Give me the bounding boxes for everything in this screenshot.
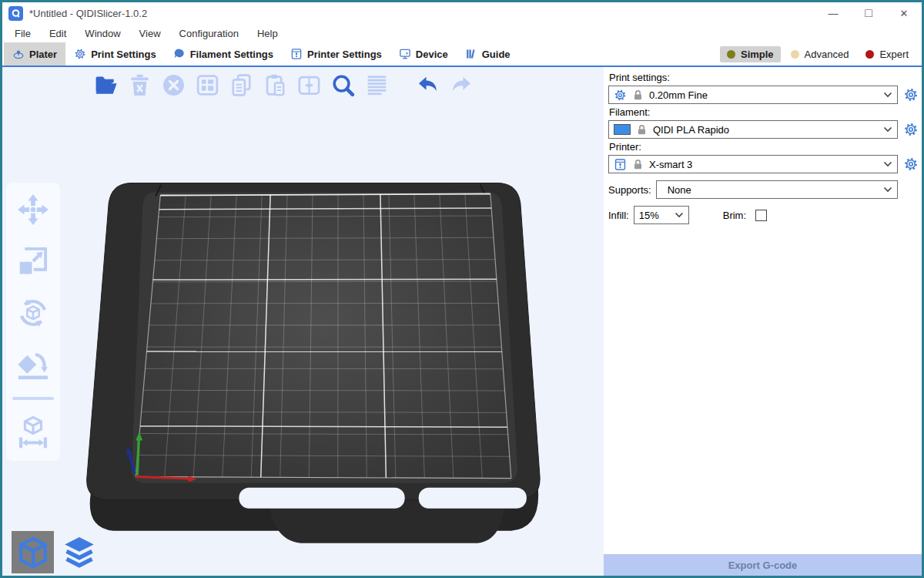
preview-layers-button[interactable] bbox=[58, 531, 100, 573]
printer-value: X-smart 3 bbox=[649, 159, 879, 170]
tab-device[interactable]: Device bbox=[390, 42, 457, 66]
measure-button[interactable] bbox=[14, 413, 52, 452]
guide-books-icon bbox=[465, 48, 477, 60]
infill-label: Infill: bbox=[608, 210, 629, 221]
chevron-down-icon bbox=[883, 187, 892, 193]
window-title: *Untitled - QIDISlicer-1.0.2 bbox=[29, 8, 147, 19]
viewport-3d[interactable] bbox=[2, 67, 604, 576]
scale-button[interactable] bbox=[14, 242, 52, 281]
minimize-button[interactable]: — bbox=[815, 2, 851, 24]
view-mode-switcher bbox=[12, 531, 100, 573]
print-settings-value: 0.20mm Fine bbox=[649, 89, 879, 101]
filament-label: Filament: bbox=[609, 106, 919, 118]
chevron-down-icon bbox=[675, 212, 684, 218]
tab-printer-settings[interactable]: Printer Settings bbox=[282, 42, 390, 66]
menu-file[interactable]: File bbox=[5, 28, 40, 39]
menu-configuration[interactable]: Configuration bbox=[170, 28, 248, 39]
copy-button[interactable] bbox=[224, 69, 258, 101]
supports-label: Supports: bbox=[608, 184, 651, 196]
layers-icon bbox=[62, 535, 97, 570]
printer-icon bbox=[290, 48, 303, 60]
device-monitor-icon bbox=[399, 48, 411, 60]
left-toolbar bbox=[6, 183, 60, 461]
undo-button[interactable] bbox=[410, 69, 444, 101]
plater-icon bbox=[12, 48, 25, 60]
filament-gear-button[interactable] bbox=[902, 120, 919, 139]
toolbar-separator bbox=[12, 397, 54, 400]
print-settings-select[interactable]: 0.20mm Fine bbox=[608, 86, 898, 104]
filament-icon bbox=[173, 48, 186, 60]
split-objects-button[interactable] bbox=[292, 69, 326, 101]
chevron-down-icon bbox=[883, 126, 892, 133]
filament-color-swatch bbox=[614, 124, 631, 135]
move-button[interactable] bbox=[14, 190, 52, 229]
lock-icon bbox=[631, 158, 644, 171]
filament-select[interactable]: QIDI PLA Rapido bbox=[608, 120, 898, 139]
gear-icon bbox=[903, 87, 919, 102]
mode-advanced[interactable]: Advanced bbox=[784, 46, 856, 62]
maximize-button[interactable]: □ bbox=[851, 2, 886, 24]
print-settings-gear-button[interactable] bbox=[902, 86, 919, 104]
close-button[interactable]: ✕ bbox=[886, 2, 922, 24]
layer-list-button[interactable] bbox=[360, 69, 393, 101]
printer-icon bbox=[614, 158, 627, 171]
expert-dot-icon bbox=[865, 50, 874, 59]
printer-select[interactable]: X-smart 3 bbox=[608, 155, 898, 173]
rotate-button[interactable] bbox=[14, 294, 52, 332]
supports-select[interactable]: None bbox=[656, 180, 898, 199]
search-button[interactable] bbox=[326, 69, 360, 101]
menu-window[interactable]: Window bbox=[75, 28, 129, 39]
arrange-button[interactable] bbox=[190, 69, 224, 101]
gear-icon bbox=[903, 122, 919, 137]
tab-filament-settings[interactable]: Filament Settings bbox=[165, 42, 282, 66]
lock-icon bbox=[635, 123, 648, 136]
print-bed bbox=[2, 67, 604, 576]
print-settings-label: Print settings: bbox=[609, 72, 919, 83]
menu-bar: File Edit Window View Configuration Help bbox=[2, 24, 922, 42]
mode-switcher: Simple Advanced Expert bbox=[720, 42, 922, 66]
title-bar: *Untitled - QIDISlicer-1.0.2 — □ ✕ bbox=[2, 2, 922, 24]
tab-plater[interactable]: Plater bbox=[4, 42, 65, 66]
printer-gear-button[interactable] bbox=[902, 155, 919, 173]
delete-all-button[interactable] bbox=[156, 69, 190, 101]
infill-select[interactable]: 15% bbox=[634, 206, 689, 224]
app-window: *Untitled - QIDISlicer-1.0.2 — □ ✕ File … bbox=[0, 0, 924, 578]
open-button[interactable] bbox=[89, 69, 122, 101]
mode-expert[interactable]: Expert bbox=[859, 46, 916, 62]
place-on-face-button[interactable] bbox=[14, 345, 52, 384]
chevron-down-icon bbox=[883, 161, 892, 167]
advanced-dot-icon bbox=[791, 50, 799, 59]
app-logo-icon bbox=[8, 6, 23, 21]
supports-value: None bbox=[668, 184, 879, 196]
menu-edit[interactable]: Edit bbox=[40, 28, 75, 39]
top-toolbar bbox=[89, 69, 478, 101]
delete-button[interactable] bbox=[122, 69, 156, 101]
settings-sidebar: Print settings: 0.20mm Fine Filament: bbox=[604, 67, 922, 576]
mode-simple[interactable]: Simple bbox=[720, 46, 781, 62]
export-gcode-button[interactable]: Export G-code bbox=[604, 554, 922, 576]
gear-icon bbox=[74, 48, 86, 60]
brim-label: Brim: bbox=[723, 210, 746, 221]
filament-value: QIDI PLA Rapido bbox=[653, 124, 879, 136]
menu-view[interactable]: View bbox=[130, 28, 170, 39]
menu-help[interactable]: Help bbox=[248, 28, 287, 39]
redo-button[interactable] bbox=[444, 69, 478, 101]
tab-print-settings[interactable]: Print Settings bbox=[65, 42, 165, 66]
infill-value: 15% bbox=[639, 210, 670, 221]
brim-checkbox[interactable] bbox=[755, 210, 767, 221]
printer-label: Printer: bbox=[609, 141, 919, 153]
gear-icon bbox=[903, 156, 919, 172]
gear-icon bbox=[614, 89, 627, 102]
paste-button[interactable] bbox=[258, 69, 292, 101]
chevron-down-icon bbox=[883, 92, 892, 98]
simple-dot-icon bbox=[727, 50, 735, 59]
tab-guide[interactable]: Guide bbox=[457, 42, 519, 66]
cube-icon bbox=[15, 535, 51, 570]
lock-icon bbox=[631, 89, 644, 102]
tab-bar: Plater Print Settings Filament Settings … bbox=[2, 42, 922, 67]
3d-editor-view-button[interactable] bbox=[12, 531, 54, 573]
